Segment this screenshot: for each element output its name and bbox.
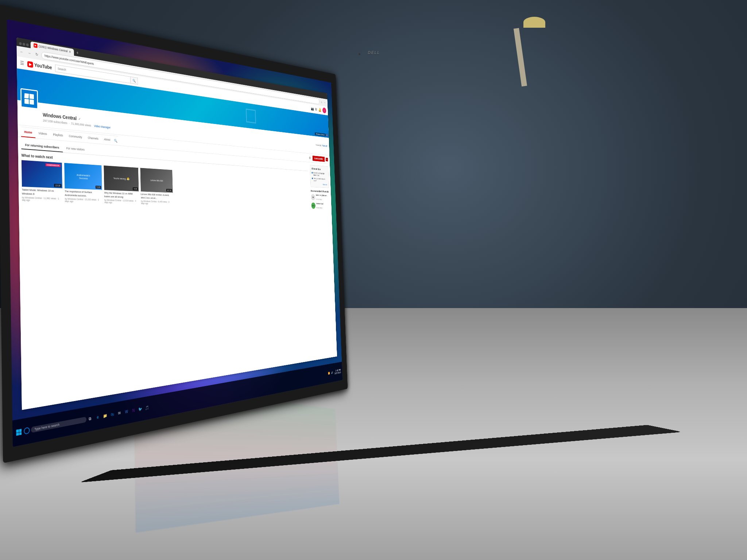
video-manager-link[interactable]: Video Manager	[94, 124, 111, 129]
video-thumbnail-3: You're wrong. 😤 4:06	[104, 166, 139, 191]
video-duration-3: 4:06	[133, 187, 138, 190]
taskbar-folder-icon[interactable]: 📁	[102, 412, 108, 420]
laptop-screen-bezel: ▶ (1091) Windows Central ✕ + ← → ↻ ☆ ⋯	[0, 4, 348, 463]
taskbar-onenote-icon[interactable]: N	[131, 407, 136, 415]
tip-text-2: Ready to land a brand deal?	[314, 177, 328, 183]
user-avatar[interactable]: U	[322, 108, 326, 114]
channel-logo-windows	[24, 93, 34, 105]
settings-button[interactable]: ⋯	[324, 100, 327, 105]
video-card-2[interactable]: Andromeda'sSuccess 5:35 The importance o…	[64, 163, 102, 205]
video-info-2: The importance of Surface Andromeda succ…	[65, 188, 102, 205]
cortana-button[interactable]	[24, 427, 30, 435]
upload-icon[interactable]: 📷	[311, 106, 314, 111]
lamp-shade	[523, 17, 545, 28]
nav-channels[interactable]: Channels	[85, 133, 101, 144]
video-duration-1: 13:16	[54, 184, 62, 187]
tip-item-2: Ready to land a brand deal?	[312, 177, 328, 183]
taskbar-search[interactable]: Type here to search	[31, 417, 86, 433]
youtube-logo-text: YouTube	[34, 62, 52, 71]
browser-action-buttons: ☆ ⋯	[320, 100, 326, 105]
tab-close-button[interactable]: ✕	[69, 50, 71, 54]
video-info-3: Why the Windows 10 on ARM haters are all…	[104, 190, 139, 206]
browser-control-close[interactable]	[19, 42, 22, 45]
volume-icon[interactable]: 🔊	[331, 371, 333, 374]
browser-control-maximize[interactable]	[26, 43, 28, 47]
nav-community[interactable]: Community	[66, 131, 85, 142]
refresh-button[interactable]: ↻	[34, 50, 40, 58]
nav-about[interactable]: About	[101, 135, 113, 145]
browser-window: ▶ (1091) Windows Central ✕ + ← → ↻ ☆ ⋯	[16, 38, 337, 410]
rec-channel-1[interactable]: M MrMobile [Michael... Subscribed	[311, 194, 329, 201]
rec-info-2: ModernDad Subscribed	[316, 202, 330, 210]
screen-content: ▶ (1091) Windows Central ✕ + ← → ↻ ☆ ⋯	[7, 19, 342, 447]
video-meta-2: by Windows Central · 12,152 views · 2 da…	[65, 198, 102, 203]
video-meta-4: by Windows Central · 8,445 views · 3 day…	[141, 200, 173, 205]
nav-playlists[interactable]: Playlists	[50, 130, 66, 141]
nav-home[interactable]: Home	[21, 127, 35, 138]
video-card-4[interactable]: Lenovo Miix 630 12:14 Lenovo Miix 630 re…	[140, 168, 173, 207]
facebook-link[interactable]: f	[326, 134, 328, 137]
banner-watermark	[246, 109, 256, 124]
video-title-text-3: Why the Windows 10 on ARM haters are all…	[104, 191, 139, 199]
taskbar-groove-icon[interactable]: 🎵	[144, 404, 150, 412]
view-all-link[interactable]: View all ›	[312, 183, 327, 186]
rec-status-1: Subscribed	[316, 198, 322, 201]
rec-avatar-1: M	[311, 194, 315, 200]
subscribed-indicator[interactable]: ▾	[326, 158, 328, 161]
taskbar-edge-icon[interactable]: e	[95, 413, 101, 421]
webcam	[359, 53, 360, 55]
rec-channel-2[interactable]: MD ModernDad Subscribed	[311, 202, 330, 209]
taskbar-word-icon[interactable]: W	[124, 408, 129, 416]
rec-info-1: MrMobile [Michael... Subscribed	[316, 194, 330, 201]
back-button[interactable]: ←	[19, 48, 25, 56]
tab-favicon: ▶	[34, 43, 37, 48]
channel-settings-button[interactable]: ⚙	[308, 156, 311, 160]
apps-icon[interactable]: ⊞	[315, 107, 317, 111]
video-title-text-4: Lenovo Miix 630 review: A sleek, slick 2…	[141, 193, 173, 201]
youtube-page: ☰ ▶ YouTube 🔍 📷 ⊞ 🔔 U	[17, 56, 337, 410]
nav-search-icon[interactable]: 🔍	[113, 139, 119, 143]
subscribe-button[interactable]: SUBSCRIBE	[312, 156, 325, 162]
youtube-logo-icon: ▶	[27, 61, 33, 68]
windows-central-link[interactable]: Windows Central	[315, 132, 326, 136]
taskbar-store-icon[interactable]: 🛍	[109, 411, 115, 418]
browser-control-minimize[interactable]	[23, 43, 25, 46]
video-thumbnail-4: Lenovo Miix 630 12:14	[140, 168, 173, 193]
channel-tips: Channel tips Introducing Copyright Match…	[310, 165, 329, 188]
video-card-3[interactable]: You're wrong. 😤 4:06 Why the Windows 10 …	[104, 166, 139, 206]
windows-flag-icon	[249, 114, 253, 118]
rec-name-1: MrMobile [Michael...	[316, 194, 329, 197]
channel-actions: ⚙ SUBSCRIBE ▾	[308, 155, 328, 162]
clock: 1:45 PM 10/5/2018	[334, 369, 341, 375]
taskbar-pinned-apps: e 📁 🛍 ✉ W N 🐦 🎵	[95, 404, 150, 421]
recommended-channels: Recommended Channels M MrMobile [Michael…	[311, 190, 330, 210]
windows-start-button[interactable]	[15, 428, 23, 437]
new-tab-button[interactable]: +	[74, 50, 80, 56]
forward-button[interactable]: →	[26, 49, 33, 57]
task-view-button[interactable]: ⧉	[88, 416, 93, 422]
bookmark-button[interactable]: ☆	[320, 100, 323, 105]
recommended-title: Recommended Channels	[311, 190, 329, 193]
nav-videos[interactable]: Videos	[35, 128, 50, 139]
new-visitors-tab[interactable]: For new visitors	[63, 144, 88, 155]
youtube-header-actions: 📷 ⊞ 🔔 U	[311, 106, 326, 114]
returning-subscribers-tab[interactable]: For returning subscribers	[21, 141, 63, 152]
video-title-text-1: Tablet Mode: Windows 10 vs Windows 8	[22, 188, 62, 197]
video-title-text-2: The importance of Surface Andromeda succ…	[65, 190, 102, 198]
network-icon[interactable]: 📶	[328, 372, 330, 375]
hamburger-menu[interactable]: ☰	[20, 60, 24, 66]
youtube-logo[interactable]: ▶ YouTube	[27, 61, 52, 71]
notifications-icon[interactable]: 🔔	[318, 108, 321, 112]
banner-social-buttons: Windows Central f	[315, 132, 328, 137]
taskbar-twitter-icon[interactable]: 🐦	[138, 405, 143, 413]
dell-logo: DELL	[368, 50, 380, 55]
video-card-1[interactable]: COMPARISON Windows 10 VS Windows 8.1 13:…	[22, 160, 63, 203]
video-thumbnail-1: COMPARISON Windows 10 VS Windows 8.1 13:…	[22, 160, 62, 188]
taskbar-search-text: Type here to search	[34, 423, 59, 431]
channel-tips-title: Channel tips	[311, 167, 327, 171]
video-thumbnail-2: Andromeda'sSuccess 5:35	[64, 163, 102, 190]
youtube-search-button[interactable]: 🔍	[130, 77, 138, 85]
start-windows-icon	[16, 429, 22, 436]
system-tray: 📶 🔊 1:45 PM 10/5/2018	[328, 369, 341, 376]
taskbar-mail-icon[interactable]: ✉	[117, 409, 122, 417]
